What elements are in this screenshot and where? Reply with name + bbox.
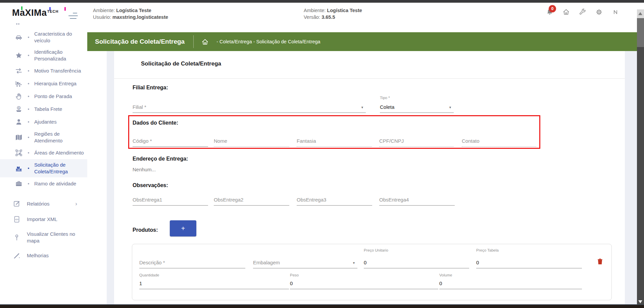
usuario-label: Usuário:: [93, 14, 111, 20]
obs-entrega-1-input[interactable]: ObsEntrega1: [133, 192, 208, 206]
field-placeholder: Fantasia: [297, 138, 316, 144]
logo-green-tick: [21, 6, 22, 10]
wrench-icon[interactable]: [579, 8, 587, 16]
sidebar-item-caracteristica-do-ve-culo[interactable]: Caracteristica do veículo: [0, 28, 87, 46]
tipo-select[interactable]: Coleta ▼: [380, 101, 454, 113]
quantidade-value: 1: [139, 280, 142, 286]
sidebar-item-label: Ajudantes: [34, 119, 85, 125]
brand-text: MaXIMa: [12, 8, 47, 18]
field-placeholder: ObsEntrega2: [214, 197, 243, 203]
sidebar-item-ramo-de-atividade[interactable]: Ramo de atividade: [0, 177, 87, 190]
bullet-dot: [28, 70, 29, 72]
sidebar-item-label: Regiões de Atendimento: [34, 131, 85, 144]
delete-product-trash-icon[interactable]: [596, 258, 604, 266]
descricao-input[interactable]: Descrição *: [139, 252, 245, 268]
hamburger-menu-icon[interactable]: [68, 13, 79, 20]
sidebar-item-label: Importar XML: [27, 216, 81, 223]
sidebar-item-importar-xml[interactable]: </>Importar XML: [0, 212, 87, 227]
scrollbar-track[interactable]: [637, 9, 644, 308]
volume-input[interactable]: 0: [439, 276, 582, 289]
sidebar-item-label: Solicitação de Coleta/Entrega: [34, 162, 85, 175]
sidebar-item-label: Relatórios: [27, 201, 81, 207]
obs-entrega-4-input[interactable]: ObsEntrega4: [379, 192, 455, 206]
vertical-scrollbar[interactable]: [637, 3, 644, 308]
filial-select[interactable]: Filial * ▼: [133, 98, 366, 113]
browser-top-edge: [0, 0, 644, 3]
sidebar-item-label: Motivo Transferência: [34, 68, 85, 74]
sidebar-item-identifica-o-personalizada[interactable]: Identificação Personalizada: [0, 46, 87, 64]
sidebar-item-label: Ponto de Parada: [34, 93, 85, 100]
peso-value: 0: [290, 280, 293, 286]
sidebar-item-label: Caracteristica do veículo: [34, 31, 85, 44]
title-divider: [114, 78, 625, 79]
report-icon: [13, 200, 21, 208]
logo-pink-tick: [64, 7, 66, 11]
integration-icon[interactable]: [611, 8, 620, 16]
sidebar-navigation: VeículosCaracteristica do veículoIdentif…: [0, 19, 87, 305]
sidebar-item-ponto-de-parada[interactable]: Ponto de Parada: [0, 90, 87, 103]
left-gutter: [107, 51, 114, 305]
obs-entrega-2-input[interactable]: ObsEntrega2: [214, 192, 289, 206]
nome-input: Nome: [214, 133, 289, 147]
volume-value: 0: [439, 280, 442, 286]
scrollbar-thumb[interactable]: [637, 18, 644, 47]
field-placeholder: Contato: [462, 138, 480, 144]
breadcrumb-home-icon[interactable]: [201, 38, 208, 45]
sidebar-item-regi-es-de-atendimento[interactable]: Regiões de Atendimento: [0, 128, 87, 146]
field-placeholder: ObsEntrega4: [379, 197, 409, 203]
chevron-down-icon: ▼: [361, 106, 364, 109]
observacoes-heading: Observações:: [133, 182, 168, 188]
sidebar-item-label: Ramo de atividade: [34, 180, 85, 187]
taskbar-edge: [0, 304, 644, 308]
app-header: MaXIMaTECH Ambiente: Logística Teste Usu…: [0, 3, 637, 24]
scrollbar-up-arrow[interactable]: [637, 9, 644, 18]
preco-tabela-input[interactable]: 0: [476, 252, 582, 268]
embalagem-select[interactable]: Embalagem ▼: [253, 252, 357, 268]
hand-icon: [15, 92, 23, 100]
page-header-bar: Solicitação de Coleta/Entrega - Coleta/E…: [87, 32, 637, 51]
header-bar-divider: [193, 35, 194, 48]
sidebar-item--reas-de-atendimento[interactable]: Áreas de Atendimento: [0, 146, 87, 159]
sidebar-item-tabela-frete[interactable]: $Tabela Frete: [0, 103, 87, 116]
preco-unitario-value: 0: [364, 260, 366, 265]
right-gutter: [625, 51, 637, 305]
sidebar-item-melhorias[interactable]: Melhorias: [0, 248, 87, 263]
gear-icon[interactable]: [595, 8, 603, 16]
form-content: Solicitação de Coleta/Entrega Filial Ent…: [87, 51, 637, 305]
header-icon-bar: 0: [546, 8, 620, 16]
sidebar-item-solicita-o-de-coleta-entrega[interactable]: Solicitação de Coleta/Entrega: [0, 159, 87, 177]
wand-icon: [13, 252, 21, 260]
field-placeholder: Nome: [214, 138, 227, 144]
notifications-bell-icon[interactable]: 0: [546, 8, 554, 16]
peso-input[interactable]: 0: [290, 276, 438, 289]
svg-text:</>: </>: [15, 218, 18, 221]
bullet-dot: [28, 108, 29, 110]
sidebar-item-ajudantes[interactable]: Ajudantes: [0, 116, 87, 128]
xml-file-icon: </>: [13, 215, 21, 223]
sidebar-item-visualizar-clientes-no-mapa[interactable]: Visualizar Clientes no mapa: [0, 227, 87, 248]
produtos-heading: Produtos:: [133, 227, 158, 233]
sidebar-item-relat-rios[interactable]: Relatórios›: [0, 196, 87, 212]
preco-unitario-input[interactable]: 0: [364, 252, 469, 268]
preco-tabela-value: 0: [476, 260, 479, 265]
versao-label: Versão:: [304, 14, 320, 20]
add-product-button[interactable]: +: [170, 220, 196, 236]
bullet-dot: [28, 152, 29, 153]
sidebar-item-motivo-transfer-ncia[interactable]: Motivo Transferência: [0, 64, 87, 77]
descricao-placeholder: Descrição *: [139, 260, 165, 265]
page-header-title: Solicitação de Coleta/Entrega: [95, 38, 185, 45]
bullet-dot: [28, 55, 29, 56]
codigo-input[interactable]: Código *: [133, 133, 208, 147]
obs-entrega-3-input[interactable]: ObsEntrega3: [297, 192, 372, 206]
chevron-down-icon: ▼: [449, 106, 452, 109]
bullet-dot: [28, 121, 29, 123]
product-row-card: Descrição * Embalagem ▼ Preço Unitario 0…: [132, 244, 612, 300]
field-placeholder: Código *: [133, 138, 152, 144]
environment-version-info: Ambiente: Logística Teste Versão: 3.65.5: [304, 7, 362, 20]
quantidade-input[interactable]: 1: [139, 276, 289, 289]
home-icon[interactable]: [562, 8, 570, 16]
ambiente-label: Ambiente:: [93, 8, 115, 13]
sidebar-item-hierarquia-entrega[interactable]: Hierarquia Entrega: [0, 77, 87, 90]
filial-entrega-heading: Filial Entrega:: [133, 85, 168, 91]
scrollbar-down-arrow[interactable]: [638, 300, 642, 303]
